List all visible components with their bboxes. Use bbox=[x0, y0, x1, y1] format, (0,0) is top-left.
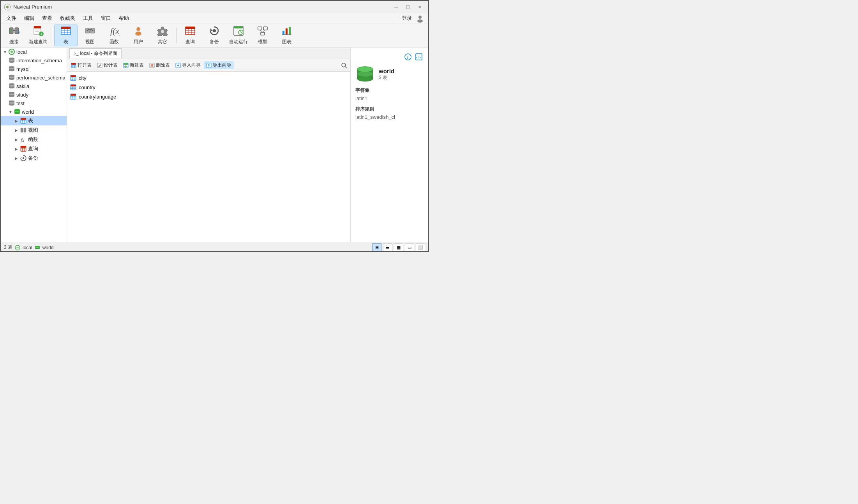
tool-query[interactable]: 查询 bbox=[178, 25, 202, 46]
main-area: ▼ local information_schema bbox=[1, 48, 428, 242]
sidebar-db-sakila[interactable]: sakila bbox=[1, 82, 67, 90]
table-label: 表 bbox=[64, 39, 68, 45]
tab-command-line[interactable]: >_ local - 命令列界面 bbox=[69, 48, 122, 58]
menu-favorites[interactable]: 收藏夹 bbox=[56, 14, 79, 23]
tool-chart[interactable]: 图表 bbox=[275, 25, 298, 46]
connect-icon: + bbox=[9, 25, 19, 38]
maximize-button[interactable]: □ bbox=[403, 3, 413, 11]
function-icon: f(x) bbox=[109, 25, 120, 38]
svg-rect-82 bbox=[21, 118, 26, 120]
right-panel: i </> world 3 表 字符集 bbox=[350, 48, 428, 242]
grid-view-button[interactable]: ⊞ bbox=[372, 243, 381, 252]
expand-icon: ▶ bbox=[15, 147, 19, 151]
query-icon bbox=[185, 25, 196, 38]
menu-window[interactable]: 窗口 bbox=[97, 14, 115, 23]
tool-user[interactable]: 用户 bbox=[127, 25, 150, 46]
split-view-button[interactable]: ⬜ bbox=[416, 243, 425, 252]
table-row-countrylanguage[interactable]: countrylanguage bbox=[67, 92, 350, 101]
tool-function[interactable]: f(x) 函数 bbox=[102, 25, 126, 46]
svg-rect-49 bbox=[286, 28, 288, 35]
list-view-button[interactable]: ☰ bbox=[383, 243, 392, 252]
svg-point-37 bbox=[213, 29, 216, 32]
object-toolbar: 打开表 设计表 新建表 bbox=[67, 59, 350, 72]
open-table-button[interactable]: 打开表 bbox=[69, 61, 94, 69]
svg-line-46 bbox=[260, 30, 263, 32]
svg-point-60 bbox=[9, 68, 14, 70]
sidebar: ▼ local information_schema bbox=[1, 48, 67, 242]
db-icon bbox=[9, 57, 15, 63]
new-table-button[interactable]: 新建表 bbox=[121, 61, 146, 69]
sidebar-item-table[interactable]: ▶ 表 bbox=[1, 116, 67, 125]
sidebar-item-query[interactable]: ▶ 查询 bbox=[1, 144, 67, 153]
charset-label: 字符集 bbox=[355, 87, 424, 94]
menu-tools[interactable]: 工具 bbox=[79, 14, 97, 23]
db-large-icon bbox=[355, 65, 375, 84]
delete-icon bbox=[149, 63, 155, 68]
app-logo bbox=[4, 4, 11, 11]
tool-connect[interactable]: + 连接 bbox=[2, 25, 26, 46]
svg-line-47 bbox=[263, 30, 265, 32]
sidebar-db-world[interactable]: ▼ world bbox=[1, 107, 67, 116]
status-bar: 3 表 local world ⊞ ☰ ▦ ▭ ⬜ bbox=[1, 242, 428, 252]
import-wizard-label: 导入向导 bbox=[182, 62, 201, 69]
sidebar-item-view[interactable]: ▶ 视图 bbox=[1, 125, 67, 135]
menu-help[interactable]: 帮助 bbox=[115, 14, 133, 23]
table-row-country[interactable]: country bbox=[67, 83, 350, 92]
status-connection-icon bbox=[15, 245, 20, 250]
db-icon bbox=[9, 83, 15, 89]
tool-view[interactable]: 视图 bbox=[78, 25, 102, 46]
tool-other[interactable]: 其它 bbox=[151, 25, 174, 46]
sidebar-db-test[interactable]: test bbox=[1, 99, 67, 107]
tool-new-query[interactable]: + 新建查询 bbox=[26, 25, 50, 46]
sidebar-db-information-schema[interactable]: information_schema bbox=[1, 56, 67, 65]
delete-table-button[interactable]: 删除表 bbox=[147, 61, 172, 69]
expand-icon: ▼ bbox=[9, 110, 13, 114]
close-button[interactable]: × bbox=[414, 3, 425, 11]
menu-file[interactable]: 文件 bbox=[2, 14, 20, 23]
table-name: city bbox=[79, 75, 87, 81]
search-button[interactable] bbox=[339, 61, 349, 70]
sidebar-db-performance-schema[interactable]: performance_schema bbox=[1, 73, 67, 82]
connection-name: local bbox=[16, 49, 27, 55]
table-icon bbox=[60, 25, 71, 38]
detail-view-button[interactable]: ▦ bbox=[394, 243, 403, 252]
sidebar-connection-local[interactable]: ▼ local bbox=[1, 48, 67, 56]
info-button[interactable]: i bbox=[403, 52, 413, 62]
tool-model[interactable]: 模型 bbox=[251, 25, 274, 46]
menu-view[interactable]: 查看 bbox=[38, 14, 56, 23]
svg-rect-50 bbox=[289, 27, 291, 35]
import-wizard-button[interactable]: 导入向导 bbox=[173, 61, 203, 69]
svg-rect-99 bbox=[71, 63, 76, 65]
login-button[interactable]: 登录 bbox=[398, 14, 416, 23]
export-wizard-button[interactable]: 导出向导 bbox=[204, 61, 234, 69]
sidebar-item-backup[interactable]: ▶ 备份 bbox=[1, 153, 67, 163]
menu-edit[interactable]: 编辑 bbox=[20, 14, 38, 23]
sidebar-item-function[interactable]: ▶ fx 函数 bbox=[1, 135, 67, 144]
tab-label: local - 命令列界面 bbox=[80, 50, 117, 57]
charset-value: latin1 bbox=[355, 95, 424, 101]
sidebar-db-study[interactable]: study bbox=[1, 90, 67, 99]
ddl-button[interactable]: </> bbox=[414, 52, 424, 62]
table-row-city[interactable]: city bbox=[67, 73, 350, 83]
design-table-button[interactable]: 设计表 bbox=[95, 61, 120, 69]
minimize-button[interactable]: ─ bbox=[391, 3, 402, 11]
svg-rect-17 bbox=[61, 27, 71, 29]
tool-autorun[interactable]: 自动运行 bbox=[227, 25, 250, 46]
expand-icon: ▶ bbox=[15, 137, 19, 142]
tables-list: city country bbox=[67, 72, 350, 242]
import-icon bbox=[175, 63, 181, 68]
expand-icon: ▶ bbox=[15, 119, 19, 123]
db-header: world 3 表 bbox=[355, 65, 424, 84]
tool-backup[interactable]: 备份 bbox=[203, 25, 226, 46]
svg-rect-106 bbox=[124, 63, 128, 65]
query-label: 查询 bbox=[185, 39, 195, 45]
svg-rect-48 bbox=[282, 31, 284, 35]
tool-table[interactable]: 表 bbox=[54, 25, 78, 46]
single-view-button[interactable]: ▭ bbox=[405, 243, 414, 252]
ddl-icon: </> bbox=[415, 53, 422, 60]
collation-label: 排序规则 bbox=[355, 106, 424, 113]
sidebar-db-mysql[interactable]: mysql bbox=[1, 65, 67, 73]
svg-rect-87 bbox=[21, 128, 23, 132]
open-table-icon bbox=[71, 63, 76, 68]
node-label: 备份 bbox=[28, 155, 38, 162]
